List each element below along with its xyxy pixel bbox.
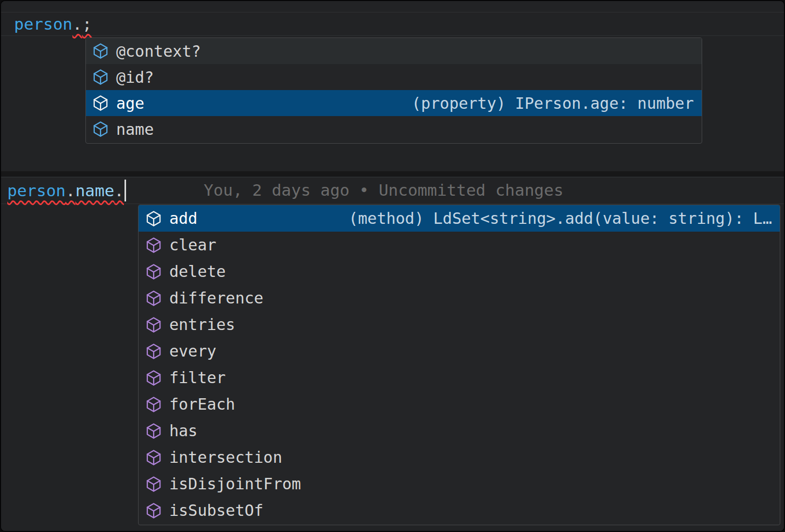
code-line-person-name[interactable]: person.name. You, 2 days ago • Uncommitt…	[1, 177, 784, 204]
suggest-item-label: difference	[169, 289, 264, 307]
suggest-item-clear[interactable]: clear	[139, 232, 780, 258]
code-line-person-semicolon[interactable]: person.;	[1, 12, 784, 36]
token-dot: .	[66, 181, 76, 200]
symbol-cube-icon	[145, 343, 162, 360]
suggest-item-add[interactable]: add (method) LdSet<string>.add(value: st…	[139, 205, 780, 232]
suggest-item-label: forEach	[169, 395, 235, 413]
symbol-cube-icon	[92, 95, 109, 111]
suggest-item-isdisjointfrom[interactable]: isDisjointFrom	[139, 471, 780, 497]
suggest-item-every[interactable]: every	[139, 338, 780, 364]
suggest-item-filter[interactable]: filter	[139, 364, 780, 391]
token-semicolon: ;	[82, 15, 92, 33]
suggest-item-name[interactable]: name	[86, 116, 702, 142]
suggest-item-detail: (method) LdSet<string>.add(value: string…	[348, 209, 772, 227]
symbol-cube-icon	[145, 316, 162, 333]
suggest-item-issubsetof[interactable]: isSubsetOf	[139, 497, 780, 524]
symbol-cube-icon	[145, 370, 162, 386]
text-cursor	[124, 180, 126, 201]
symbol-cube-icon	[92, 121, 109, 137]
suggest-item-id[interactable]: @id?	[86, 64, 702, 90]
suggest-item-difference[interactable]: difference	[139, 285, 780, 311]
suggest-item-delete[interactable]: delete	[139, 258, 780, 285]
suggest-item-label: age	[116, 94, 144, 112]
token-person: person	[14, 15, 72, 33]
git-blame-annotation: You, 2 days ago • Uncommitted changes	[204, 181, 564, 199]
suggest-item-label: clear	[169, 236, 216, 254]
code-editor-window: person.; @context? @id?	[0, 0, 785, 532]
suggest-item-label: every	[169, 342, 216, 360]
suggest-item-foreach[interactable]: forEach	[139, 391, 780, 417]
symbol-cube-icon	[145, 396, 162, 413]
symbol-cube-icon	[145, 449, 162, 466]
expression-with-error: person.name.	[7, 181, 124, 200]
symbol-cube-icon	[145, 263, 162, 280]
suggest-item-intersection[interactable]: intersection	[139, 444, 780, 471]
suggest-item-label: delete	[169, 262, 226, 281]
suggest-item-label: name	[116, 120, 154, 138]
symbol-cube-icon	[92, 43, 109, 59]
suggest-item-detail: (property) IPerson.age: number	[412, 94, 694, 112]
editor-pane-top: person.; @context? @id?	[1, 1, 784, 171]
suggest-item-label: entries	[169, 315, 235, 334]
symbol-cube-icon	[145, 502, 162, 519]
suggest-widget-methods: add (method) LdSet<string>.add(value: st…	[138, 205, 780, 525]
suggest-item-label: @id?	[116, 68, 154, 86]
symbol-cube-icon	[145, 476, 162, 492]
suggest-item-label: isSubsetOf	[169, 501, 264, 520]
suggest-item-age[interactable]: age (property) IPerson.age: number	[86, 90, 702, 116]
symbol-cube-icon	[145, 290, 162, 307]
token-dot: .	[114, 181, 124, 200]
suggest-widget-properties: @context? @id? age (property) IPerson.ag…	[85, 37, 702, 144]
suggest-item-label: @context?	[116, 42, 201, 60]
symbol-cube-icon	[145, 423, 162, 439]
suggest-item-label: has	[169, 422, 197, 440]
suggest-item-context[interactable]: @context?	[86, 38, 702, 64]
token-dot: .	[72, 15, 82, 33]
suggest-item-label: intersection	[169, 448, 282, 466]
suggest-item-label: add	[169, 209, 197, 227]
token-person: person	[7, 181, 66, 200]
token-name: name	[76, 181, 115, 200]
editor-pane-bottom: person.name. You, 2 days ago • Uncommitt…	[1, 176, 784, 532]
suggest-item-label: isDisjointFrom	[169, 475, 301, 493]
symbol-cube-icon	[92, 69, 109, 85]
symbol-cube-icon	[145, 210, 162, 227]
suggest-item-label: filter	[169, 369, 226, 387]
symbol-cube-icon	[145, 237, 162, 254]
suggest-item-has[interactable]: has	[139, 417, 780, 444]
suggest-item-entries[interactable]: entries	[139, 311, 780, 338]
section-divider	[1, 171, 784, 176]
